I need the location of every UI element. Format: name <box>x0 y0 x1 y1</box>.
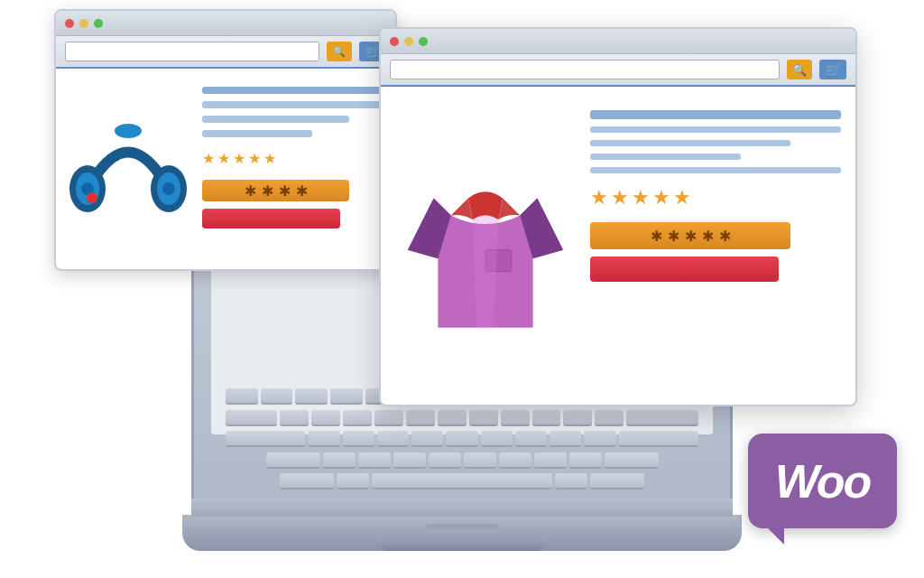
key <box>266 452 320 469</box>
key <box>406 410 435 426</box>
search-icon: 🔍 <box>333 46 346 58</box>
key <box>330 388 363 405</box>
key <box>429 452 461 469</box>
browser-small-product-area: ★ ★ ★ ★ ★ ✱ ✱ ✱ ✱ <box>56 69 395 271</box>
star-3: ★ <box>632 186 650 210</box>
key <box>563 410 592 426</box>
key <box>590 473 644 489</box>
key <box>308 431 339 447</box>
key <box>534 452 567 469</box>
buy-button[interactable] <box>590 256 779 282</box>
browser-large-product-details: ★ ★ ★ ★ ★ ✱ ✱ ✱ ✱ ✱ <box>590 101 841 390</box>
key <box>411 431 443 447</box>
key <box>464 452 496 469</box>
key <box>619 431 698 447</box>
key <box>377 431 409 447</box>
key-row-4 <box>226 452 698 471</box>
key <box>515 431 547 447</box>
key <box>226 410 277 426</box>
star-4: ★ <box>248 150 261 167</box>
titlebar-dot-green <box>419 37 428 46</box>
key-row-2 <box>226 410 698 428</box>
key <box>499 452 531 469</box>
browser-large-search-button[interactable]: 🔍 <box>787 60 812 79</box>
price-star: ✱ <box>651 228 662 245</box>
key <box>605 452 659 469</box>
buy-button[interactable] <box>202 209 340 228</box>
key <box>569 452 602 469</box>
titlebar-dot-red <box>65 19 74 28</box>
star-1: ★ <box>590 186 608 210</box>
detail-line <box>590 140 790 146</box>
key <box>584 431 615 447</box>
browser-small-product-image <box>65 78 191 267</box>
star-1: ★ <box>202 150 215 167</box>
key <box>358 452 391 469</box>
search-icon: 🔍 <box>792 63 807 77</box>
price-star: ✱ <box>296 182 308 200</box>
key <box>374 410 403 426</box>
price-star: ✱ <box>719 228 731 245</box>
detail-line <box>590 154 741 160</box>
titlebar-dot-green <box>94 19 103 28</box>
detail-line <box>202 101 386 108</box>
spacebar-key <box>372 473 552 489</box>
laptop-base <box>182 515 742 551</box>
browser-small-titlebar <box>56 11 395 36</box>
star-4: ★ <box>652 186 670 210</box>
browser-small-addressbar: 🔍 🛒 <box>56 36 395 69</box>
price-button[interactable]: ✱ ✱ ✱ ✱ <box>202 180 349 201</box>
key <box>438 410 467 426</box>
detail-line <box>590 110 841 119</box>
price-star: ✱ <box>685 228 697 245</box>
key <box>337 473 369 489</box>
star-2: ★ <box>217 150 230 167</box>
browser-large-product-area: ★ ★ ★ ★ ★ ✱ ✱ ✱ ✱ ✱ <box>381 87 855 405</box>
key <box>323 452 356 469</box>
key <box>446 431 477 447</box>
key <box>532 410 561 426</box>
key <box>550 431 581 447</box>
key <box>343 431 374 447</box>
key <box>555 473 587 489</box>
key <box>311 410 340 426</box>
key <box>261 388 293 405</box>
titlebar-dot-yellow <box>79 19 88 28</box>
key <box>595 410 624 426</box>
key <box>501 410 530 426</box>
svg-point-6 <box>87 192 97 203</box>
price-button[interactable]: ✱ ✱ ✱ ✱ ✱ <box>590 222 790 249</box>
price-star: ✱ <box>262 182 273 200</box>
cart-icon: 🛒 <box>365 44 381 59</box>
titlebar-dot-red <box>390 37 399 46</box>
detail-line <box>202 130 312 137</box>
cart-icon: 🛒 <box>826 62 841 77</box>
star-3: ★ <box>233 150 245 167</box>
scene: 🔍 🛒 <box>0 0 924 578</box>
key <box>280 473 334 489</box>
headphones-illustration <box>69 118 187 227</box>
browser-large-product-image <box>395 101 576 390</box>
browser-large-search-input[interactable] <box>390 60 780 79</box>
stars-rating: ★ ★ ★ ★ ★ <box>590 186 841 210</box>
key <box>393 452 426 469</box>
titlebar-dot-yellow <box>404 37 413 46</box>
key-row-3 <box>226 431 698 449</box>
browser-large: 🔍 🛒 <box>379 27 857 406</box>
browser-small-search-button[interactable]: 🔍 <box>327 42 352 61</box>
key <box>626 410 698 426</box>
browser-small-search-input[interactable] <box>65 42 319 61</box>
shirt-illustration <box>395 146 576 345</box>
woocommerce-badge: Woo <box>748 434 897 528</box>
price-star: ✱ <box>279 182 291 200</box>
browser-small-product-details: ★ ★ ★ ★ ★ ✱ ✱ ✱ ✱ <box>202 78 386 267</box>
key-row-5 <box>226 473 698 491</box>
svg-point-7 <box>115 124 142 138</box>
detail-line <box>202 87 386 94</box>
key <box>226 431 305 447</box>
browser-large-addressbar: 🔍 🛒 <box>381 54 855 87</box>
stars-rating: ★ ★ ★ ★ ★ <box>202 150 386 167</box>
key <box>481 431 513 447</box>
browser-large-cart-button[interactable]: 🛒 <box>819 60 846 79</box>
price-star: ✱ <box>668 228 679 245</box>
